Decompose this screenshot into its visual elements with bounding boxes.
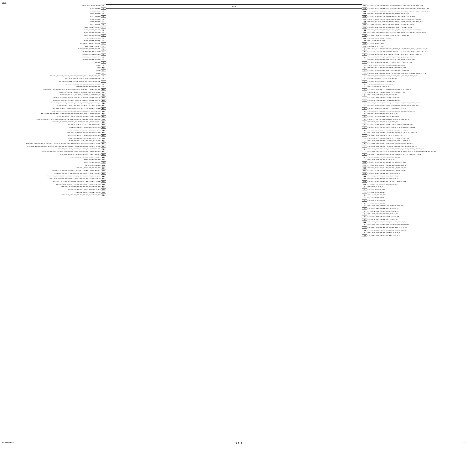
right-pin-name: PTD6/ADC0_SE7B/SPI0_PCS3/UART0_RX/FTM0_C… (367, 75, 466, 77)
left-pin-name: PTB21/ADC2_SE5A/SPI2_SCK/FB_AD30/NFC_DAT… (2, 189, 101, 190)
left-pin-name: PTA8/ADC0_SE11/ULPI_NXT/FTM1_CH0/I2S1_RX… (2, 97, 101, 98)
right-pin-number: F12 (362, 18, 367, 20)
left-pin-name: PTA0/JTAG_TCLK/SWD_CLK/EZP_CLK/TSI0_CH1/… (2, 75, 101, 77)
right-pin-number: K13 (362, 37, 367, 39)
left-pin-name: PTB5/ADC1_SE11/ENET0_1588_TMR3/FTM2_FLT0 (2, 156, 101, 158)
right-pin-number: K3 (362, 134, 367, 137)
right-pin-row: E6PTD9/I2C0_SDA/UART5_TX/FB_A17/NFC_ALE (362, 83, 466, 86)
left-pin-row: DRYICE_TAMPER5R6 (2, 18, 106, 21)
right-pin-name: PTF25/ADC3_SE12/CAN1_TX/FTM1_QD_PHB/TRAC… (367, 229, 466, 231)
right-pin-name: PTF5/ADC2_SE5B/FTM3_CH5/I2S1_TX_FS/GLCD_… (367, 175, 466, 177)
right-pin-number: H2 (362, 113, 367, 115)
right-pin-number: E6 (362, 83, 367, 85)
left-pin-name: PTB6/ADC1_SE12/FB_AD23 (2, 159, 101, 161)
right-pin-row: F5PTD11/SPI2_PCS0/UART5_CTS/SDHC0_CLKIN/… (362, 88, 466, 91)
right-pin-number: E4 (362, 97, 367, 99)
right-pin-row: M16PTF3/ADC2_SE7A/I2C1_SDA/FTM3_CH3/I2S1… (362, 169, 466, 172)
right-pin-name: PTC11/ADC1_SE7B/I2C1_SDA/FTM3_CH7/I2S0_R… (367, 35, 466, 36)
right-pin-number: H4 (362, 118, 367, 120)
left-pin-number: N14 (101, 134, 106, 137)
left-pin-name: PTB18/TSI0_CH11/CAN0_TX/FTM2_CH0/I2S0_TX… (2, 181, 101, 182)
left-pin-number: G16 (101, 175, 106, 177)
right-pin-name: PTF11/UART2_RTS/GLCD_D7 (367, 192, 466, 193)
watermark: Tio (463, 442, 466, 444)
right-pin-row: J2PTE9/ADC2_SE17/I2S0_TXD1/UART5_RX/I2S0… (362, 126, 466, 129)
right-pin-number: T9 (362, 232, 367, 234)
left-pin-name: DRYICE_TAMPER0/RTC_WAKEUP (2, 5, 101, 6)
right-pin-number: G2 (362, 105, 367, 107)
right-pin-row: J12PTC11/ADC1_SE7B/I2C1_SDA/FTM3_CH7/I2S… (362, 34, 466, 37)
right-pin-number: L3 (362, 140, 367, 142)
right-pin-row: P9PTF16/SPI2_PCS0/CH3/UART0_CTS/UART0_CO… (362, 205, 466, 207)
left-pin-number: G15 (101, 180, 106, 183)
left-pin-row: PTA24/CMP3_IN4/ULPI_DATA2/MII0_TXD2/FB_A… (2, 126, 106, 129)
right-pin-name: PTF13/UART2_RX/GLCD_D9 (367, 197, 466, 198)
right-pin-row: P9PTF20/SPI2_PCS1/FTM1_CH0/UART5_RX/GLCD… (362, 215, 466, 218)
left-pin-row: PTA26/ADC3_SE16A/ULPI_DATA4/MII0_TXCLK/F… (2, 132, 106, 134)
right-pin-row: E2PTF13/UART2_RX/GLCD_D9 (362, 196, 466, 199)
left-pin-name: PTA26/ADC3_SE16A/ULPI_DATA4/MII0_TXCLK/F… (2, 132, 101, 134)
right-pin-number: L8 (362, 59, 367, 61)
right-pin-row: F13PTC1/ADC0_SE15/TSI0_CH14/SPI0_PCS3/UA… (362, 7, 466, 10)
left-pin-number: M14 (101, 148, 106, 150)
right-pin-number: F3 (362, 102, 367, 104)
left-pin-number: J13 (101, 162, 106, 164)
right-pin-row: M9PTC17/CAN1_TX/UART3_TX/ENET0_1588_TMR1… (362, 50, 466, 53)
right-pin-row: F11PTC8/ADC1_SE4B/CMP0_IN2/I2FM_CH4/I2S0… (362, 26, 466, 29)
left-pins-list: DRYICE_TAMPER0/RTC_WAKEUPM5DRYICE_TAMPER… (2, 4, 106, 196)
left-pin-row: PTB18/TSI0_CH11/CAN0_TX/FTM2_CH0/I2S0_TX… (2, 180, 106, 183)
left-pin-number: R12 (101, 89, 106, 91)
right-pin-row: J4PTD6/ADC0_SE7B/SPI0_PCS3/UART0_RX/FTM0… (362, 75, 466, 77)
left-pin-number: T14 (101, 129, 106, 131)
right-pin-name: PTC9/ADC1_SE5B/CMP0_IN3/FTM3_CH5/I2S0_RX… (367, 29, 466, 31)
right-pin-row: L13PTF1/ADC2_SE10/CAN0_RX/FTM3_CH1/I2S1_… (362, 164, 466, 167)
right-pin-name: PTF3/ADC2_SE7A/I2C1_SDA/FTM3_CH3/I2S1_RX… (367, 170, 466, 171)
left-pin-row: PGA2DM_ADC2DM0_ADC3_ADC0DM1P1 (2, 42, 106, 45)
right-pin-number: J6 (362, 64, 367, 66)
right-pin-name: PTF15/UART2_RTS/GLCD_D11 (367, 202, 466, 204)
left-pin-row: PTB10/ADC1_SE14/SPI1_PCS0/UART3_RX/I2S1_… (2, 169, 106, 172)
left-pin-number: F16 (101, 178, 106, 180)
right-pin-name: PTD1/ADC0_SE5B/SPI0_SCK/UART2_CTS/FTM3_C… (367, 62, 466, 63)
left-pin-name: DAC1OUT_CMP2IN3_ADC1SE23 (2, 54, 101, 55)
left-pin-number: T6 (101, 64, 106, 66)
right-pin-row: G1PTF15/UART2_RTS/GLCD_D11 (362, 202, 466, 205)
right-pin-number: T10 (362, 229, 367, 231)
left-pin-name: DRYICE_TAMPER6 (2, 21, 101, 23)
left-pin-number: K15 (101, 159, 106, 161)
right-pin-name: PTF1/ADC2_SE10/CAN0_RX/FTM3_CH1/I2S1_RX_… (367, 164, 466, 166)
right-pin-name: PTE3/ADC1_SE7A/SPI1_SIN/UART1_RTS/SDHC0_… (367, 110, 466, 112)
right-pin-row: L8PTD0/SPI0_PCS0/UART2_RTS/FTM3_CH0/FB_A… (362, 59, 466, 61)
right-pin-row: L15PTF5/ADC2_SE5B/FTM3_CH5/I2S1_TX_FS/GL… (362, 175, 466, 178)
right-pin-name: PTE28/ADC3_SE7A/I2S1_TX_BCLK/GLCD_D17 (367, 159, 466, 161)
left-pin-row: PTA10/ADC3_SE4A/ULPI_DATA0/FTM2_CH0/MII0… (2, 102, 106, 104)
left-pin-name: DRYICE_TAMPER1 (2, 8, 101, 9)
left-pin-row: DRYICE_TAMPER4P6 (2, 15, 106, 18)
right-pin-number: K7 (362, 156, 367, 158)
right-pin-number: J11 (362, 40, 367, 42)
right-pin-number: F5 (362, 89, 367, 91)
left-pin-number: N12 (101, 94, 106, 96)
right-pin-name: PTD12/SPI2_SCK/FTM3_FLT0/SDHC0_D4/FB_A20… (367, 91, 466, 93)
right-pin-number: L7 (362, 159, 367, 161)
left-pin-number: P2 (101, 45, 106, 47)
right-pin-name: PTC10/ADC1_SE6B/CMP0_IN4/I2C1_SCL/FTM3_C… (367, 32, 466, 33)
left-pin-row: PGA1M_ADC1DM0_ADC0DM3N1 (2, 37, 106, 40)
right-pin-row: L3PTE17/ADC0_SE5A/SPI0_PCS5/UART2_RX/FTM… (362, 140, 466, 142)
right-pin-name: PTF0/ADC2_SE11/CAN0_TX/FTM3_CH0/I2S1_RXD… (367, 162, 466, 163)
right-pin-name: PTE26/ENET_1588_CLKIN/UART4_CTS/I2S1_TXD… (367, 154, 466, 155)
right-pin-row: H3PTE5/SPI1_PCS2/UART3_RX/SDHC0_DCLK/GLC… (362, 115, 466, 118)
left-pin-row: PTA11/ADC3_SE15/ULPI_DATA1/FTM2_CH1/MII0… (2, 104, 106, 107)
right-pin-number: F13 (362, 7, 367, 10)
right-pin-name: PTF21/SPI2_SCK/FTM0_CH1/UART5_TX/GLCD_D1… (367, 219, 466, 220)
right-pin-row: E14PTC3/SPI0_PCS1/UART1_RX/FTM0_CH2/FB_C… (362, 13, 466, 15)
right-pin-name: PTF19/SPI2_SIN/FTM1_CH1/UART0_TX/GLCD_D1… (367, 213, 466, 215)
right-pin-number: K12 (362, 180, 367, 183)
right-pin-number: H3 (362, 124, 367, 126)
right-pin-name: PTD14/SPI2_PCS1/SIN/SDHC0_D6/FB_A22/GLCD… (367, 97, 466, 98)
left-pin-number: H13 (101, 170, 106, 172)
right-pin-number: G6 (362, 189, 367, 191)
right-pin-number: J4 (362, 75, 367, 77)
left-pin-row: PTA12/CAN0_TX/FTM1_CH0/RMII0_RXD1/MII0_R… (2, 107, 106, 110)
right-pin-name: PTE6/SPI1_PCS3/CTS/I2S0_MCLK/GLCD_D6/FTM… (367, 119, 466, 120)
